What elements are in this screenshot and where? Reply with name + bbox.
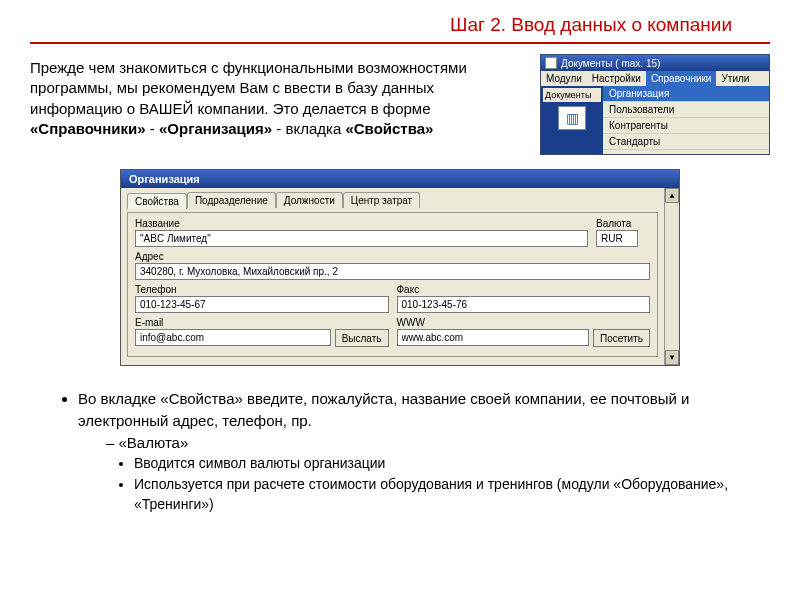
- scroll-down-icon[interactable]: ▼: [665, 350, 679, 365]
- bullet-l1: Во вкладке «Свойства» введите, пожалуйст…: [78, 388, 740, 432]
- label-address: Адрес: [135, 251, 650, 262]
- label-www: WWW: [397, 317, 651, 328]
- menu-item[interactable]: Модули: [541, 71, 587, 86]
- mini-titlebar: Документы ( max. 15): [541, 55, 769, 71]
- input-www[interactable]: [397, 329, 590, 346]
- intro-b1: «Справочники»: [30, 120, 146, 137]
- label-fax: Факс: [397, 284, 651, 295]
- intro-text: Прежде чем знакомиться с функциональными…: [30, 54, 528, 155]
- mini-dropdown: Организация Пользователи Контрагенты Ста…: [603, 86, 769, 154]
- dialog-panel: Название Валюта Адрес Телефон: [127, 212, 658, 357]
- bullet-list: Во вкладке «Свойства» введите, пожалуйст…: [0, 366, 800, 514]
- dialog-scrollbar[interactable]: ▲ ▼: [664, 188, 679, 365]
- visit-button[interactable]: Посетить: [593, 329, 650, 347]
- dropdown-item[interactable]: Контрагенты: [603, 118, 769, 134]
- dropdown-item[interactable]: Стандарты: [603, 134, 769, 150]
- intro-b3: «Свойства»: [345, 120, 433, 137]
- page-title: Шаг 2. Ввод данных о компании: [30, 0, 770, 44]
- tab-costcenter[interactable]: Центр затрат: [343, 192, 420, 208]
- input-phone[interactable]: [135, 296, 389, 313]
- label-name: Название: [135, 218, 588, 229]
- menu-item[interactable]: Настройки: [587, 71, 646, 86]
- scroll-track[interactable]: [665, 203, 679, 350]
- label-phone: Телефон: [135, 284, 389, 295]
- bullet-l3a: Вводится символ валюты организации: [134, 453, 740, 473]
- dialog-title: Организация: [121, 170, 679, 188]
- scroll-up-icon[interactable]: ▲: [665, 188, 679, 203]
- bullet-l2: «Валюта»: [106, 432, 740, 454]
- input-currency[interactable]: [596, 230, 638, 247]
- label-currency: Валюта: [596, 218, 650, 229]
- bullet-l3b: Используется при расчете стоимости обору…: [134, 474, 740, 515]
- intro-pre: Прежде чем знакомиться с функциональными…: [30, 59, 467, 117]
- input-address[interactable]: [135, 263, 650, 280]
- dropdown-item[interactable]: Пользователи: [603, 102, 769, 118]
- menu-item-active[interactable]: Справочники: [646, 71, 717, 86]
- menu-screenshot: Документы ( max. 15) Модули Настройки Сп…: [540, 54, 770, 155]
- folder-icon: ▥: [558, 106, 586, 130]
- mini-menubar: Модули Настройки Справочники Утили: [541, 71, 769, 86]
- mini-left-label: Документы: [543, 88, 601, 102]
- tab-dept[interactable]: Подразделение: [187, 192, 276, 208]
- mini-title: Документы ( max. 15): [561, 58, 660, 69]
- tab-properties[interactable]: Свойства: [127, 193, 187, 209]
- menu-item[interactable]: Утили: [716, 71, 754, 86]
- mini-left-panel: Документы ▥: [541, 86, 603, 154]
- intro-b2: «Организация»: [159, 120, 272, 137]
- dropdown-item-active[interactable]: Организация: [603, 86, 769, 102]
- send-button[interactable]: Выслать: [335, 329, 389, 347]
- tab-positions[interactable]: Должности: [276, 192, 343, 208]
- label-email: E-mail: [135, 317, 389, 328]
- org-dialog: Организация Свойства Подразделение Должн…: [120, 169, 680, 366]
- doc-icon: [545, 57, 557, 69]
- input-fax[interactable]: [397, 296, 651, 313]
- input-email[interactable]: [135, 329, 331, 346]
- dialog-tabs: Свойства Подразделение Должности Центр з…: [127, 192, 658, 208]
- input-name[interactable]: [135, 230, 588, 247]
